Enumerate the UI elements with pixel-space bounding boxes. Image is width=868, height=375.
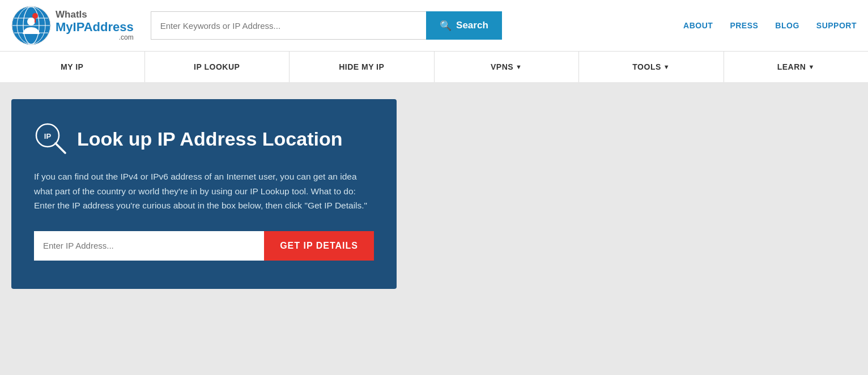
- svg-line-11: [56, 143, 65, 153]
- svg-point-6: [27, 18, 35, 25]
- nav-press[interactable]: PRESS: [730, 21, 758, 30]
- nav-about[interactable]: ABOUT: [683, 21, 713, 30]
- card-title: Look up IP Address Location: [77, 128, 343, 150]
- logo-text: WhatIs MyIPAddress .com: [56, 10, 134, 41]
- learn-dropdown-arrow: ▼: [808, 63, 814, 70]
- svg-text:IP: IP: [44, 132, 52, 140]
- nav-ip-lookup[interactable]: IP LOOKUP: [145, 52, 290, 82]
- nav-support[interactable]: SUPPORT: [816, 21, 857, 30]
- content-area: IP Look up IP Address Location If you ca…: [11, 99, 397, 289]
- search-icon: 🔍: [440, 20, 452, 32]
- logo-whatis: WhatIs: [56, 10, 134, 20]
- site-header: WhatIs MyIPAddress .com 🔍 Search ABOUT P…: [0, 0, 868, 51]
- main-navbar: MY IP IP LOOKUP HIDE MY IP VPNS ▼ TOOLS …: [0, 51, 868, 82]
- nav-vpns[interactable]: VPNS ▼: [435, 52, 580, 82]
- logo-myip: MyIPAddress: [56, 20, 134, 34]
- nav-tools[interactable]: TOOLS ▼: [579, 52, 724, 82]
- site-logo[interactable]: WhatIs MyIPAddress .com: [11, 6, 134, 45]
- logo-globe-icon: [11, 6, 51, 45]
- search-button-label: Search: [456, 20, 488, 31]
- nav-learn[interactable]: LEARN ▼: [724, 52, 869, 82]
- svg-point-7: [32, 13, 38, 19]
- nav-hide-my-ip[interactable]: HIDE MY IP: [290, 52, 435, 82]
- nav-my-ip[interactable]: MY IP: [0, 52, 145, 82]
- logo-dotcom: .com: [56, 34, 134, 41]
- ip-address-input[interactable]: [34, 231, 264, 261]
- main-content: IP Look up IP Address Location If you ca…: [0, 82, 868, 306]
- ip-lookup-card: IP Look up IP Address Location If you ca…: [11, 99, 397, 289]
- ip-magnify-icon: IP: [34, 122, 68, 156]
- get-ip-details-button[interactable]: GET IP DETAILS: [264, 231, 374, 261]
- tools-dropdown-arrow: ▼: [663, 63, 670, 70]
- vpns-dropdown-arrow: ▼: [516, 63, 522, 70]
- ip-input-row: GET IP DETAILS: [34, 231, 374, 261]
- search-input[interactable]: [151, 11, 426, 40]
- search-area: 🔍 Search: [151, 11, 502, 40]
- header-nav: ABOUT PRESS BLOG SUPPORT: [683, 21, 857, 30]
- card-title-row: IP Look up IP Address Location: [34, 122, 374, 156]
- search-button[interactable]: 🔍 Search: [426, 11, 502, 40]
- card-description: If you can find out the IPv4 or IPv6 add…: [34, 169, 374, 213]
- nav-blog[interactable]: BLOG: [775, 21, 799, 30]
